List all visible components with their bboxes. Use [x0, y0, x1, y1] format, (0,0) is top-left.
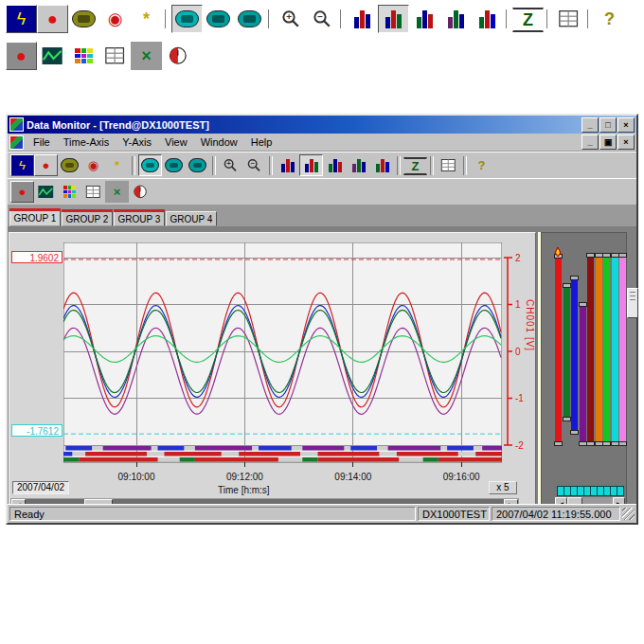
- toolbar-separator: [463, 156, 467, 175]
- time-scale-button[interactable]: x 5: [489, 481, 517, 494]
- clock-icon[interactable]: [129, 181, 152, 203]
- group-tab-strip: GROUP 1GROUP 2GROUP 3GROUP 4: [8, 205, 636, 226]
- meter-view-icon[interactable]: ×: [105, 181, 129, 203]
- trend-display-icon[interactable]: [138, 154, 162, 176]
- minimize-button[interactable]: _: [581, 117, 599, 133]
- menu-y-axis[interactable]: Y-Axis: [116, 135, 158, 149]
- waveform-group-icon: [378, 5, 409, 33]
- waveform-overlap-icon: [472, 5, 503, 33]
- meter-bar-bottom-cap: [570, 430, 579, 435]
- start-monitor-icon: ϟ: [6, 5, 37, 33]
- lower-limit-readout[interactable]: -1.7612: [11, 424, 63, 437]
- message-mark-icon[interactable]: *: [105, 154, 129, 176]
- toolbar-separator: [546, 9, 550, 28]
- waveform-tile-icon: [440, 5, 472, 33]
- x-tick-label: 09:14:00: [334, 472, 371, 482]
- tab-group-3[interactable]: GROUP 3: [114, 211, 165, 226]
- help-icon[interactable]: ?: [470, 154, 493, 176]
- clock-icon: [162, 42, 193, 70]
- status-timestamp: 2007/04/02 11:19:55.000: [492, 507, 620, 521]
- y-tick-label: -2: [515, 440, 524, 451]
- meter-capsule-icon[interactable]: [58, 154, 81, 176]
- menu-window[interactable]: Window: [194, 135, 244, 149]
- waveform-tile-icon[interactable]: [347, 154, 370, 176]
- meter-bar-top-cap: [579, 302, 587, 307]
- y-axis-label: CH001 [V]: [525, 299, 535, 351]
- toolbar-separator: [340, 9, 344, 28]
- status-device: DX1000TEST: [418, 507, 490, 521]
- child-restore-button[interactable]: ▣: [599, 134, 617, 150]
- svg-text:+: +: [286, 11, 292, 22]
- start-monitor-icon[interactable]: ϟ: [10, 154, 34, 176]
- waveform-all-icon: [409, 5, 440, 33]
- waveform-overlap-icon[interactable]: [370, 154, 394, 176]
- color-graph-icon[interactable]: [58, 181, 81, 203]
- tab-group-4[interactable]: GROUP 4: [166, 211, 217, 226]
- meter-capsule-icon: [68, 5, 99, 33]
- mdi-content: 1.9602 -1.7612 210-1-2 CH001 [V] 09:10:0…: [8, 226, 636, 515]
- maximize-button[interactable]: □: [599, 117, 617, 133]
- close-button[interactable]: ×: [617, 117, 635, 133]
- meter-bar-bottom-cap: [618, 441, 627, 446]
- waveform-single-icon[interactable]: [276, 154, 299, 176]
- meter-bar-bottom-cap: [563, 417, 571, 421]
- tab-group-2[interactable]: GROUP 2: [62, 211, 113, 226]
- overview-trend-icon: [37, 42, 68, 70]
- child-minimize-button[interactable]: _: [581, 134, 599, 150]
- waveform-group-icon[interactable]: [299, 154, 323, 176]
- svg-text:−: −: [251, 159, 255, 168]
- toolbar-separator: [132, 156, 135, 175]
- overview-trend-icon[interactable]: [34, 181, 58, 203]
- zoom-out-icon[interactable]: −: [242, 154, 266, 176]
- x-tick-label: 09:10:00: [118, 472, 155, 482]
- alarm-flag-icon: [554, 243, 562, 253]
- x-tick-label: 09:16:00: [443, 472, 480, 482]
- meter-bar-1: [555, 259, 562, 441]
- toolbar-separator: [268, 9, 272, 28]
- main-toolbar: ϟ●◉*+−Z?: [8, 152, 636, 178]
- menu-bar: FileTime-AxisY-AxisViewWindowHelp _ ▣ ×: [8, 134, 636, 152]
- tab-alarm-stripe: [9, 208, 61, 211]
- child-close-button[interactable]: ×: [617, 134, 635, 150]
- message-mark-icon: *: [131, 5, 162, 33]
- upper-limit-readout[interactable]: 1.9602: [11, 251, 63, 263]
- menu-file[interactable]: File: [27, 135, 57, 149]
- meter-bar-top-cap: [563, 283, 571, 288]
- toolbar-separator: [506, 9, 510, 28]
- digital-display-icon[interactable]: [162, 154, 186, 176]
- toolbar-separator: [430, 156, 434, 175]
- meter-bar-top-cap: [570, 276, 579, 280]
- trend-display-icon: [171, 5, 203, 33]
- bar-panel-vscroll-thumb[interactable]: [627, 288, 638, 318]
- waveform-all-icon[interactable]: [323, 154, 347, 176]
- child-window-icon: [9, 135, 24, 150]
- tab-label: GROUP 2: [66, 214, 109, 224]
- menu-view[interactable]: View: [158, 135, 194, 149]
- manual-sample-icon[interactable]: ◉: [81, 154, 105, 176]
- help-icon: ?: [594, 5, 625, 33]
- toolbar-separator: [397, 156, 401, 175]
- tab-label: GROUP 3: [118, 214, 161, 224]
- meter-bar-9: [619, 258, 626, 441]
- trend-plot-svg: [63, 242, 502, 468]
- meter-bar-5: [587, 258, 594, 441]
- title-bar: Data Monitor - [Trend@DX1000TEST] _ □ ×: [8, 116, 636, 134]
- compress-scale-icon[interactable]: Z: [403, 157, 427, 175]
- tile-windows-icon[interactable]: [437, 154, 460, 176]
- menu-time-axis[interactable]: Time-Axis: [57, 135, 116, 149]
- toolbar-separator: [212, 156, 216, 175]
- digital-display-icon: [203, 5, 234, 33]
- data-table-icon[interactable]: [81, 181, 105, 203]
- meter-view-icon: ×: [131, 42, 162, 70]
- resize-grip[interactable]: [622, 508, 635, 520]
- bar-display-icon[interactable]: [186, 154, 209, 176]
- window-title: Data Monitor - [Trend@DX1000TEST]: [27, 119, 581, 131]
- stop-monitor-icon[interactable]: ●: [34, 154, 58, 176]
- alarm-ball-icon[interactable]: ●: [10, 181, 34, 203]
- toolbar-separator: [587, 9, 591, 28]
- y-axis: 210-1-2: [504, 242, 536, 468]
- zoom-in-icon[interactable]: +: [219, 154, 242, 176]
- tab-group-1[interactable]: GROUP 1: [9, 210, 61, 226]
- menu-help[interactable]: Help: [244, 135, 279, 149]
- channel-indicator: [617, 486, 624, 496]
